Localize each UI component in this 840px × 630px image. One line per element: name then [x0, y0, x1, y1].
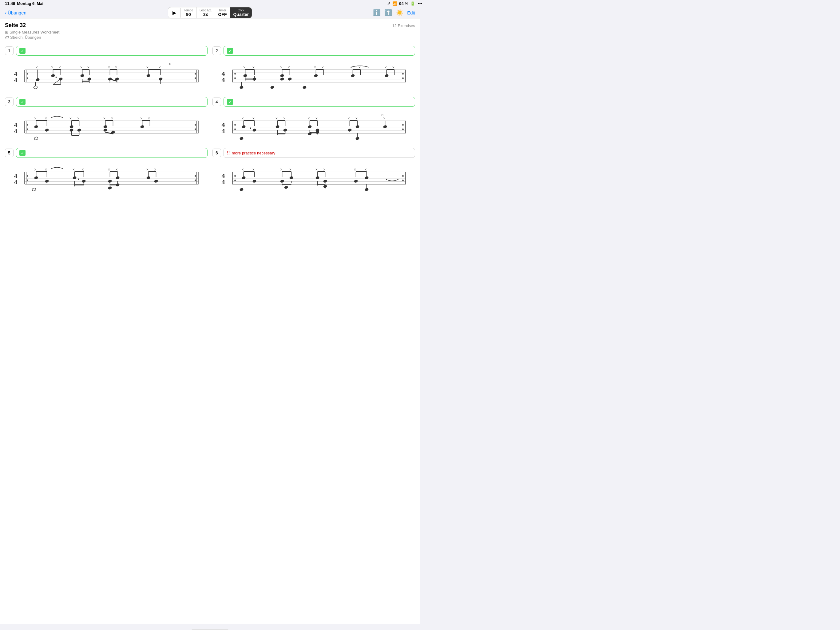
svg-text:×: ×: [243, 65, 246, 70]
notation-area-2: 4 4 × × ⌣: [212, 58, 415, 92]
svg-point-143: [69, 125, 74, 128]
svg-text:o: o: [169, 61, 172, 66]
svg-point-316: [289, 176, 294, 180]
svg-text:×: ×: [348, 116, 350, 121]
exercise-card-4: 4 ✓: [212, 97, 415, 143]
edit-button[interactable]: Edit: [407, 10, 415, 15]
grid-icon: ⊞: [5, 30, 8, 35]
svg-point-210: [308, 125, 312, 128]
svg-line-26: [53, 79, 61, 84]
tempo-control[interactable]: Tempo 90: [181, 7, 196, 18]
loop-control[interactable]: Loop Ex. 2x: [196, 7, 215, 18]
svg-point-110: [280, 77, 284, 81]
exercise-num-2: 2: [212, 46, 221, 55]
page-subtitle: ⊞ Single Measures Worksheet: [5, 30, 59, 35]
svg-text:×: ×: [140, 116, 143, 121]
svg-point-112: [351, 74, 355, 78]
exercise-status-6[interactable]: ‼ more practice necessary: [224, 148, 415, 158]
svg-text:×: ×: [146, 65, 149, 70]
svg-point-178: [402, 128, 404, 130]
svg-text:×: ×: [34, 167, 36, 172]
time: 11:49: [5, 1, 15, 6]
notation-svg-1: 4 4 × × ×: [5, 58, 208, 92]
svg-point-23: [51, 74, 55, 78]
exercise-card-1: 1 ✓: [5, 46, 208, 92]
svg-point-212: [348, 128, 352, 132]
svg-point-113: [385, 74, 389, 78]
svg-point-155: [34, 136, 38, 140]
exercise-status-4[interactable]: ✓: [224, 97, 415, 107]
svg-point-123: [27, 124, 28, 126]
notation-svg-4: 4 4 o × × × × × ×: [212, 109, 415, 143]
svg-point-213: [355, 125, 360, 128]
svg-text:×: ×: [73, 167, 75, 172]
svg-text:×: ×: [280, 65, 283, 70]
svg-point-325: [284, 185, 288, 189]
page-content: Seite 32 ⊞ Single Measures Worksheet 🏷 S…: [0, 19, 420, 624]
exercise-status-5[interactable]: ✓: [16, 148, 208, 158]
svg-point-162: [77, 128, 82, 132]
subtitle-text: Single Measures Worksheet: [9, 30, 59, 35]
exercise-card-2: 2 ✓: [212, 46, 415, 92]
svg-text:×: ×: [108, 65, 111, 70]
svg-text:×: ×: [385, 65, 387, 70]
play-icon: ▶: [172, 10, 176, 16]
svg-point-207: [253, 128, 257, 132]
svg-point-154: [140, 125, 145, 128]
theme-button[interactable]: ☀️: [396, 9, 403, 16]
svg-text:×: ×: [34, 116, 36, 121]
nav-right: ℹ️ ⬆️ ☀️ Edit: [373, 9, 415, 16]
svg-point-314: [253, 179, 257, 183]
share-button[interactable]: ⬆️: [384, 9, 392, 16]
svg-point-94: [288, 77, 292, 81]
status-center: •••: [418, 1, 420, 6]
svg-point-317: [316, 176, 320, 180]
exercise-header-3: 3 ✓: [5, 97, 208, 107]
notation-svg-2: 4 4 × × ⌣: [212, 58, 415, 92]
svg-point-277: [115, 183, 120, 187]
exercise-status-3[interactable]: ✓: [16, 97, 208, 107]
date: Montag 6. Mai: [17, 1, 43, 6]
svg-point-136: [34, 125, 38, 128]
svg-point-266: [115, 176, 120, 180]
exercise-header-1: 1 ✓: [5, 46, 208, 56]
svg-point-261: [45, 179, 49, 183]
svg-text:×: ×: [314, 65, 316, 70]
info-button[interactable]: ℹ️: [373, 9, 381, 16]
svg-point-268: [154, 179, 158, 183]
loop-value: 2x: [199, 12, 212, 17]
back-label: Übungen: [8, 10, 27, 15]
svg-point-72: [402, 78, 404, 79]
exercise-status-1[interactable]: ✓: [16, 46, 208, 56]
svg-point-177: [402, 124, 404, 126]
svg-point-260: [34, 176, 38, 180]
status-right: ↗ 📶 94 % 🔋: [387, 1, 415, 6]
check-icon-1: ✓: [19, 47, 25, 54]
svg-point-214: [383, 125, 387, 128]
svg-point-206: [249, 128, 251, 129]
svg-text:4: 4: [222, 127, 225, 135]
svg-point-276: [108, 186, 112, 190]
svg-text:×: ×: [36, 65, 38, 70]
play-button[interactable]: ▶: [168, 8, 181, 17]
exercises-count: 12 Exercises: [392, 24, 415, 28]
svg-text:×: ×: [354, 167, 356, 172]
svg-text:×: ×: [80, 65, 83, 70]
exercise-header-2: 2 ✓: [212, 46, 415, 56]
practice-text-6: more practice necessary: [232, 151, 275, 155]
exercise-status-2[interactable]: ✓: [224, 46, 415, 56]
back-button[interactable]: ‹ Übungen: [5, 10, 27, 15]
svg-point-223: [355, 136, 360, 140]
svg-point-11: [195, 73, 196, 75]
svg-point-205: [240, 136, 244, 140]
timer-control[interactable]: Timer OFF: [215, 7, 230, 18]
svg-text:4: 4: [14, 76, 17, 84]
tags-text: Streich, Übungen: [10, 35, 41, 40]
back-chevron-icon: ‹: [5, 10, 6, 15]
exercise-card-3: 3 ✓: [5, 97, 208, 143]
svg-point-267: [146, 176, 151, 180]
svg-point-286: [234, 180, 236, 181]
click-control[interactable]: Click Quarter: [230, 7, 252, 18]
svg-point-58: [33, 85, 38, 89]
svg-point-67: [234, 73, 236, 75]
